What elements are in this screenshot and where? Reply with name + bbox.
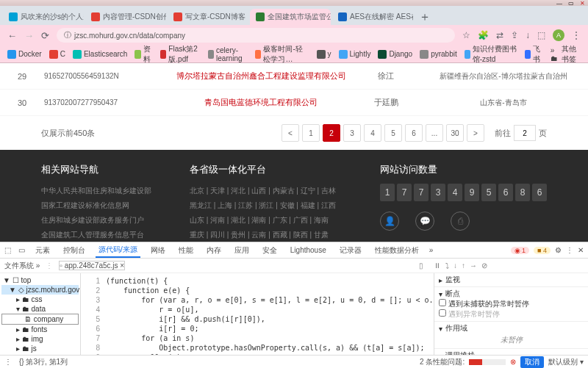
log-level-select[interactable]: 默认级别 ▾: [548, 357, 584, 367]
scope-section[interactable]: 作用域: [445, 323, 467, 333]
bookmark-item[interactable]: 极客时间-轻松学习…: [255, 44, 309, 65]
page-button[interactable]: 6: [405, 124, 423, 142]
bookmark-item[interactable]: Elasticsearch: [73, 50, 127, 59]
extension-icon[interactable]: 🧩: [478, 30, 489, 40]
footer-link[interactable]: 全国建筑工人管理服务信息平台: [41, 228, 160, 242]
tab-csdn-write[interactable]: 写文章-CSDN博客×: [168, 9, 248, 25]
tree-node[interactable]: ▼ ☐ top: [1, 275, 79, 285]
tab-security[interactable]: 安全: [259, 244, 280, 257]
bookmark-item[interactable]: y: [317, 50, 331, 59]
province-links[interactable]: 北京 | 天津 | 河北 | 山西 | 内蒙古 | 辽宁 | 吉林: [190, 184, 351, 198]
bookmark-item[interactable]: pyrabbit: [420, 50, 457, 59]
more-icon[interactable]: ⋮: [566, 246, 573, 254]
filesystem-dropdown[interactable]: 文件系统 »: [4, 261, 40, 271]
province-links[interactable]: 黑龙江 | 上海 | 江苏 | 浙江 | 安徽 | 福建 | 江西: [190, 198, 351, 213]
bookmark-item[interactable]: celery-learning: [208, 46, 248, 62]
page-button[interactable]: 5: [384, 124, 402, 142]
share-icon[interactable]: ⇪: [511, 30, 518, 40]
chevron-icon[interactable]: »: [429, 246, 434, 254]
goto-page-input[interactable]: [514, 125, 536, 141]
inspect-icon[interactable]: ⬚: [4, 246, 11, 254]
tab-bilibili[interactable]: 风吹来的沙s的个人空间_哔哩×: [3, 9, 84, 25]
error-count[interactable]: ◉ 1: [511, 247, 530, 254]
close-devtools-button[interactable]: ✕: [578, 246, 584, 254]
other-bookmarks[interactable]: » 🖿 其他书签: [551, 44, 581, 65]
footer-link[interactable]: 中华人民共和国住房和城乡建设部: [41, 184, 160, 198]
console-toggle-icon[interactable]: ⋮: [4, 358, 12, 366]
menu-button[interactable]: ⋮: [572, 30, 581, 40]
step-out-button[interactable]: ↑: [462, 261, 465, 270]
tab-elements[interactable]: 元素: [32, 244, 53, 257]
window-close-button[interactable]: ✕: [580, 0, 585, 7]
gear-icon[interactable]: ⚙: [555, 246, 562, 254]
tab-sources[interactable]: 源代码/来源: [96, 243, 140, 258]
footer-link[interactable]: 住房和城乡建设部政务服务门户: [41, 213, 160, 228]
page-button[interactable]: 3: [343, 124, 361, 142]
warning-count[interactable]: ■ 4: [534, 247, 551, 254]
bookmark-item[interactable]: 资料: [135, 44, 153, 65]
step-over-button[interactable]: ⤵: [445, 261, 449, 270]
pause-caught-checkbox[interactable]: [439, 309, 446, 317]
pause-uncaught-checkbox[interactable]: [439, 299, 446, 306]
next-page-button[interactable]: >: [467, 124, 484, 142]
bookmark-item[interactable]: Django: [378, 50, 412, 59]
tab-console[interactable]: 控制台: [60, 244, 88, 257]
minimize-button[interactable]: —: [556, 0, 562, 7]
tree-node[interactable]: ▾ 🖿 data: [1, 304, 79, 314]
file-tree[interactable]: ▼ ☐ top ▼ ◇ jzsc.mohurd.gov… ▸ 🖿 css ▾ 🖿…: [0, 273, 81, 355]
device-icon[interactable]: ▭: [18, 246, 25, 254]
download-icon[interactable]: ↓: [526, 30, 530, 40]
chat-icon[interactable]: 💬: [415, 212, 434, 231]
contact-icon[interactable]: 👤: [380, 212, 399, 231]
tree-node[interactable]: 🗎 company: [1, 314, 79, 325]
back-button[interactable]: ←: [7, 30, 17, 41]
step-button[interactable]: →: [470, 261, 477, 270]
bookmark-item[interactable]: Flask第2版.pdf: [160, 44, 201, 65]
bookmark-item[interactable]: Lightly: [339, 50, 371, 59]
bookmark-item[interactable]: 飞书: [525, 44, 543, 65]
tab-recorder[interactable]: 记录器: [337, 244, 365, 257]
prev-page-button[interactable]: <: [282, 124, 299, 142]
breakpoints-section[interactable]: 断点: [445, 289, 460, 299]
bookmark-star-icon[interactable]: ☆: [462, 30, 470, 40]
open-file-tab[interactable]: ▫ app.248c7a5c.js ×: [59, 261, 125, 270]
new-tab-button[interactable]: ＋: [415, 10, 435, 25]
tree-node[interactable]: ▸ 🖿 fonts: [1, 325, 79, 334]
tab-performance[interactable]: 性能: [176, 244, 196, 257]
step-into-button[interactable]: ↓: [453, 261, 457, 270]
tab-memory[interactable]: 内存: [204, 244, 224, 257]
province-links[interactable]: 重庆 | 四川 | 贵州 | 云南 | 西藏 | 陕西 | 甘肃: [190, 228, 351, 242]
tab-jzsc[interactable]: 全国建筑市场监管公共服务平×: [250, 9, 331, 25]
tree-node[interactable]: ▸ 🖿 js: [1, 344, 79, 353]
bookmark-item[interactable]: C: [49, 50, 65, 59]
error-icon[interactable]: ⊗: [510, 358, 516, 366]
tab-csdn-manage[interactable]: 内容管理-CSDN创作中心×: [85, 9, 166, 25]
code-editor[interactable]: 1(function(t) { 2 function e(e) { 3 for …: [81, 273, 434, 355]
page-button[interactable]: 4: [364, 124, 381, 142]
tab-application[interactable]: 应用: [232, 244, 252, 257]
tree-node[interactable]: ▼ ◇ jzsc.mohurd.gov…: [1, 285, 79, 295]
page-button[interactable]: 2: [323, 124, 340, 142]
print-icon[interactable]: ⎙: [451, 212, 470, 231]
tab-aes[interactable]: AES在线解密 AES在线加密 A×: [332, 9, 413, 25]
maximize-button[interactable]: ▭: [568, 0, 574, 7]
bookmark-item[interactable]: Docker: [7, 50, 42, 59]
company-name-link[interactable]: 青岛国电蓝德环境工程有限公司: [169, 97, 353, 108]
page-button[interactable]: 30: [446, 124, 464, 142]
watch-section[interactable]: 监视: [445, 275, 460, 285]
tab-lighthouse[interactable]: Lighthouse: [287, 245, 329, 256]
cancel-button[interactable]: 取消: [520, 356, 544, 368]
tab-network[interactable]: 网络: [148, 244, 168, 257]
province-links[interactable]: 山东 | 河南 | 湖北 | 湖南 | 广东 | 广西 | 海南: [190, 213, 351, 228]
deactivate-bp-button[interactable]: ⊘: [481, 261, 487, 270]
tree-node[interactable]: ▸ 🖿 img: [1, 334, 79, 344]
footer-link[interactable]: 国家工程建设标准化信息网: [41, 198, 160, 213]
page-button[interactable]: 1: [302, 124, 320, 142]
apps-icon[interactable]: ⬚: [537, 30, 545, 40]
tree-node[interactable]: ▸ 🖿 css: [1, 295, 79, 304]
bookmark-item[interactable]: 知识付费图书馆-zstd: [465, 44, 517, 65]
url-input[interactable]: ⓘjzsc.mohurd.gov.cn/data/company: [57, 28, 455, 43]
tab-insights[interactable]: 性能数据分析: [372, 244, 422, 257]
pause-button[interactable]: ⏸: [434, 261, 441, 270]
company-name-link[interactable]: 博尔塔拉蒙古自治州鑫合工程建设监理有限公司: [169, 71, 353, 82]
